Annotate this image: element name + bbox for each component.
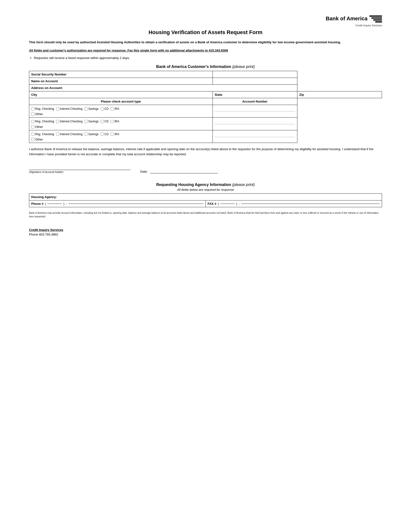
interest-checking-checkbox-1[interactable] — [56, 107, 59, 111]
ira-checkbox-2[interactable] — [111, 120, 114, 123]
phone-area-code[interactable] — [47, 204, 62, 204]
signature-area: (Signature of account holder) Date: — [29, 164, 382, 173]
ira-checkbox-3[interactable] — [111, 133, 114, 136]
account-header-row: Please check account type Account Number — [29, 98, 382, 105]
reg-checking-checkbox-1[interactable] — [31, 107, 34, 111]
interest-checking-2[interactable]: Interest Checking — [56, 119, 83, 124]
fax-cell: FAX # ( ) - — [206, 200, 382, 207]
account-row-2: Reg. Checking Interest Checking Savings … — [29, 117, 382, 130]
savings-3[interactable]: Savings — [84, 132, 99, 137]
other-checkbox-2[interactable] — [31, 125, 34, 128]
savings-checkbox-3[interactable] — [84, 133, 87, 136]
reg-checking-checkbox-2[interactable] — [31, 120, 34, 123]
account-row-3: Reg. Checking Interest Checking Savings … — [29, 130, 382, 143]
required-note: All fields and customer's authorization … — [29, 48, 382, 53]
account-number-value-2[interactable] — [213, 117, 297, 130]
ssn-value[interactable] — [213, 71, 297, 78]
page-title: Housing Verification of Assets Request F… — [29, 29, 382, 36]
phone-label: Phone # — [31, 202, 44, 206]
zip-cell: Zip — [297, 91, 382, 98]
credit-inquiry-header: Credit Inquiry Services — [326, 24, 382, 27]
footer-title: Credit Inquiry Services — [29, 228, 382, 232]
date-line: Date: — [140, 168, 382, 173]
interest-checking-checkbox-3[interactable] — [56, 133, 59, 136]
phone-close-paren: ) — [63, 202, 64, 206]
savings-2[interactable]: Savings — [84, 119, 99, 124]
fax-close-paren: ) — [236, 202, 237, 206]
logo-area: Bank of America Credit Inquiry Services — [326, 15, 382, 27]
cd-3[interactable]: CD — [101, 132, 109, 137]
other-2[interactable]: Other — [31, 125, 211, 129]
reg-checking-1[interactable]: Reg. Checking — [31, 106, 54, 111]
housing-agency-row: Housing Agency: — [29, 193, 382, 200]
phone-open-paren: ( — [45, 202, 46, 206]
housing-agency-label: Housing Agency: — [31, 195, 57, 199]
account-number-value-3[interactable] — [213, 130, 297, 143]
fax-open-paren: ( — [218, 202, 219, 206]
bank-logo-text: Bank of America — [326, 16, 367, 22]
cd-1[interactable]: CD — [101, 106, 109, 111]
ssn-row: Social Security Number — [29, 71, 382, 78]
fax-label: FAX # — [208, 202, 216, 206]
phone-dash: - — [66, 202, 67, 206]
fax-number[interactable] — [241, 204, 380, 204]
account-row-1: Reg. Checking Interest Checking Savings … — [29, 105, 382, 117]
phone-fax-row: Phone # ( ) - FAX # ( ) - — [29, 200, 382, 207]
savings-checkbox-2[interactable] — [84, 120, 87, 123]
interest-checking-3[interactable]: Interest Checking — [56, 132, 83, 137]
address-label: Address on Account: — [29, 85, 297, 91]
reg-checking-checkbox-3[interactable] — [31, 133, 34, 136]
other-checkbox-1[interactable] — [31, 113, 34, 116]
ira-1[interactable]: IRA — [111, 106, 119, 111]
checkbox-group-3: Reg. Checking Interest Checking Savings … — [31, 132, 211, 137]
fax-dash: - — [239, 202, 240, 206]
agency-section-title: Requesting Housing Agency Information (p… — [29, 183, 382, 187]
cd-checkbox-1[interactable] — [101, 107, 104, 111]
date-underline[interactable] — [150, 168, 218, 173]
ssn-label: Social Security Number — [29, 71, 213, 78]
date-label: Date: — [140, 170, 148, 173]
reg-checking-2[interactable]: Reg. Checking — [31, 119, 54, 124]
other-3[interactable]: Other — [31, 138, 211, 141]
interest-checking-1[interactable]: Interest Checking — [56, 106, 83, 111]
ira-3[interactable]: IRA — [111, 132, 119, 137]
checkbox-group-1: Reg. Checking Interest Checking Savings … — [31, 106, 211, 111]
name-value[interactable] — [213, 78, 297, 85]
auth-text: I authorize Bank of America to release t… — [29, 147, 382, 157]
cd-checkbox-3[interactable] — [101, 133, 104, 136]
interest-checking-checkbox-2[interactable] — [56, 120, 59, 123]
name-label: Name on Account — [29, 78, 213, 85]
city-cell: City — [29, 91, 213, 98]
ira-checkbox-1[interactable] — [111, 107, 114, 111]
account-type-header: Please check account type — [29, 98, 213, 105]
checkbox-group-2: Reg. Checking Interest Checking Savings … — [31, 119, 211, 124]
account-type-1: Reg. Checking Interest Checking Savings … — [29, 105, 213, 117]
reg-checking-3[interactable]: Reg. Checking — [31, 132, 54, 137]
footer-phone: Phone 803.765.4882 — [29, 233, 382, 236]
ira-2[interactable]: IRA — [111, 119, 119, 124]
state-cell: State — [213, 91, 297, 98]
housing-agency-cell: Housing Agency: — [29, 193, 382, 200]
city-state-zip-row: City State Zip — [29, 91, 382, 98]
address-row: Address on Account: — [29, 85, 382, 91]
intro-text: This form should only be used by authori… — [29, 40, 382, 45]
bullet-item: Requestor will receive a faxed response … — [34, 56, 382, 60]
other-1[interactable]: Other — [31, 112, 211, 116]
signature-underline[interactable] — [29, 164, 131, 170]
other-checkbox-3[interactable] — [31, 138, 34, 141]
fine-print: Bank of America may provide account info… — [29, 211, 382, 218]
customer-info-table: Social Security Number Name on Account A… — [29, 71, 382, 143]
agency-subtitle: All fields below are required for respon… — [29, 188, 382, 191]
account-number-header: Account Number — [213, 98, 297, 105]
account-type-2: Reg. Checking Interest Checking Savings … — [29, 117, 213, 130]
header: Bank of America Credit Inquiry Services — [29, 15, 382, 27]
savings-1[interactable]: Savings — [84, 106, 99, 111]
cd-2[interactable]: CD — [101, 119, 109, 124]
cd-checkbox-2[interactable] — [101, 120, 104, 123]
fax-area-code[interactable] — [220, 204, 235, 204]
agency-info-table: Housing Agency: Phone # ( ) - FAX # ( ) … — [29, 193, 382, 207]
savings-checkbox-1[interactable] — [84, 107, 87, 111]
phone-number[interactable] — [68, 204, 204, 204]
footer: Credit Inquiry Services Phone 803.765.48… — [29, 228, 382, 236]
account-number-value-1[interactable] — [213, 105, 297, 117]
